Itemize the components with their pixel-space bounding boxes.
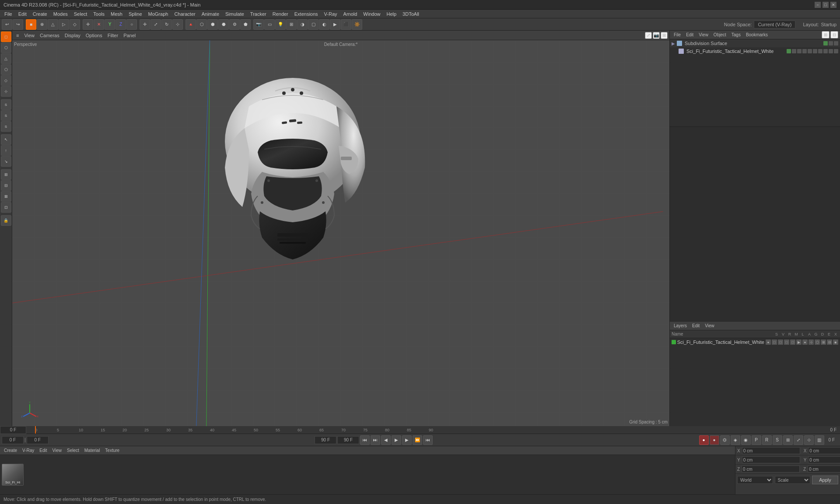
coord-y-pos-field[interactable] <box>742 456 800 463</box>
key-scl-button[interactable]: S <box>773 435 782 445</box>
layers-menu-edit[interactable]: Edit <box>690 323 702 329</box>
tool-settings[interactable]: ⚙ <box>229 19 240 30</box>
menu-character[interactable]: Character <box>172 10 198 18</box>
menu-modes[interactable]: Modes <box>51 10 70 18</box>
menu-help[interactable]: Help <box>384 10 399 18</box>
minimize-button[interactable]: − <box>815 2 821 8</box>
viewport-canvas[interactable]: Perspective Default Camera:* Grid Spacin… <box>12 40 669 426</box>
layer-item-helmet[interactable]: Sci_Fi_Futuristic_Tactical_Helmet_White … <box>670 338 840 346</box>
vp-menu-panel[interactable]: Panel <box>121 32 138 39</box>
layout-dropdown[interactable]: Startup <box>821 22 836 27</box>
menu-vray[interactable]: V-Ray <box>322 10 340 18</box>
key-rot-button[interactable]: R <box>762 435 772 445</box>
menu-file[interactable]: File <box>2 10 15 18</box>
tool-y[interactable]: Y <box>105 19 115 30</box>
mode-polys[interactable]: ◇ <box>70 19 80 30</box>
lt-point-mode[interactable]: △ <box>1 53 11 64</box>
tool-vray-extra[interactable]: ⬛ <box>341 19 351 30</box>
tool-floor[interactable]: ▭ <box>264 19 275 30</box>
tool-scale[interactable]: ⤢ <box>150 19 161 30</box>
tool-options[interactable]: 🔆 <box>352 19 362 30</box>
preview-button[interactable]: ▥ <box>815 435 824 445</box>
tool-move[interactable]: ✛ <box>140 19 150 30</box>
lt-uv-mode[interactable]: ⊹ <box>1 86 11 97</box>
menu-extensions[interactable]: Extensions <box>292 10 321 18</box>
obj-menu-view[interactable]: View <box>696 32 710 38</box>
mat-menu-vray[interactable]: V-Ray <box>20 448 36 453</box>
tool-grid[interactable]: ⊞ <box>286 19 297 30</box>
mat-menu-create[interactable]: Create <box>2 448 19 453</box>
tool-paint[interactable]: ⬣ <box>218 19 229 30</box>
prev-frame-button[interactable]: ◀ <box>381 435 391 445</box>
tool-snap[interactable]: 🔺 <box>186 19 196 30</box>
maximize-button[interactable]: □ <box>822 2 829 8</box>
tool-light[interactable]: 💡 <box>275 19 286 30</box>
menu-arnold[interactable]: Arnold <box>341 10 360 18</box>
lt-btn-11[interactable]: ↑ <box>1 145 11 156</box>
vp-menu-display[interactable]: Display <box>63 32 83 39</box>
obj-item-subdivision[interactable]: ▶ Subdivision Surface <box>670 39 840 47</box>
menu-spline[interactable]: Spline <box>126 10 145 18</box>
obj-menu-object[interactable]: Object <box>711 32 728 38</box>
coord-x-rot-field[interactable] <box>808 447 840 454</box>
key-extra-button[interactable]: ⊞ <box>783 435 793 445</box>
coord-world-dropdown[interactable]: World <box>737 476 773 484</box>
menu-tools[interactable]: Tools <box>91 10 107 18</box>
layers-menu-layers[interactable]: Layers <box>672 323 689 329</box>
mode-texture[interactable]: ⊕ <box>37 19 47 30</box>
go-end-button[interactable]: ⏮ <box>423 435 433 445</box>
tool-render-active[interactable]: ▶ <box>330 19 340 30</box>
lt-texture-mode[interactable]: ⬡ <box>1 42 11 53</box>
lt-btn-13[interactable]: ⊞ <box>1 169 11 180</box>
lt-poly-mode[interactable]: ◇ <box>1 75 11 86</box>
mat-menu-select[interactable]: Select <box>65 448 81 453</box>
menu-window[interactable]: Window <box>360 10 383 18</box>
obj-menu-edit[interactable]: Edit <box>684 32 696 38</box>
vp-icon-fullscreen[interactable]: ⊞ <box>661 32 668 39</box>
obj-menu-file[interactable]: File <box>672 32 683 38</box>
material-thumbnail[interactable]: Sci_Fi_Hi <box>2 464 24 486</box>
vp-menu-view[interactable]: View <box>22 32 37 39</box>
close-button[interactable]: ✕ <box>830 2 836 8</box>
mode-model[interactable]: ■ <box>26 19 36 30</box>
menu-select[interactable]: Select <box>71 10 90 18</box>
record-button[interactable]: ● <box>699 435 709 445</box>
lt-btn-14[interactable]: ⊟ <box>1 180 11 191</box>
tool-new[interactable]: ✛ <box>83 19 93 30</box>
menu-edit[interactable]: Edit <box>16 10 29 18</box>
menu-render[interactable]: Render <box>270 10 291 18</box>
key-all-button[interactable]: ◈ <box>731 435 740 445</box>
vp-menu-cameras[interactable]: Cameras <box>38 32 62 39</box>
auto-key-button[interactable]: ● <box>710 435 719 445</box>
tool-obj[interactable]: ○ <box>126 19 137 30</box>
vp-menu-filter[interactable]: Filter <box>105 32 120 39</box>
lt-btn-7[interactable]: S <box>1 99 11 110</box>
ruler-tick-area[interactable]: 0 5 10 15 20 25 30 35 40 45 50 55 60 65 … <box>26 426 827 434</box>
tool-sculpt[interactable]: ⬢ <box>207 19 218 30</box>
lt-model-mode[interactable]: ◻ <box>1 32 11 42</box>
mat-menu-material[interactable]: Material <box>82 448 102 453</box>
prev-key-button[interactable]: ⏭ <box>371 435 380 445</box>
menu-mograph[interactable]: MoGraph <box>146 10 171 18</box>
layers-menu-view[interactable]: View <box>703 323 717 329</box>
play-button[interactable]: ▶ <box>392 435 401 445</box>
key-sel-button[interactable]: ◉ <box>741 435 751 445</box>
apply-button[interactable]: Apply <box>812 476 838 484</box>
lt-edge-mode[interactable]: ⬠ <box>1 64 11 75</box>
vp-icon-camera[interactable]: 📷 <box>653 32 660 39</box>
coord-z-rot-field[interactable] <box>808 466 840 472</box>
vp-menu-options[interactable]: Options <box>84 32 105 39</box>
obj-menu-bookmarks[interactable]: Bookmarks <box>744 32 770 38</box>
start-frame-field[interactable] <box>2 436 24 444</box>
xpresso-button[interactable]: ⊹ <box>804 435 814 445</box>
mat-menu-texture[interactable]: Texture <box>103 448 122 453</box>
mode-edges[interactable]: ▷ <box>59 19 69 30</box>
vp-icon-expand[interactable]: ⤢ <box>645 32 652 39</box>
lt-btn-9[interactable]: S <box>1 121 11 132</box>
lt-btn-16[interactable]: ⊡ <box>1 202 11 213</box>
lt-btn-15[interactable]: ⊠ <box>1 191 11 202</box>
key-pos-button[interactable]: P <box>752 435 761 445</box>
obj-item-helmet[interactable]: Sci_Fi_Futuristic_Tactical_Helmet_White <box>670 47 840 55</box>
menu-create[interactable]: Create <box>30 10 50 18</box>
tool-render-preview[interactable]: ◑ <box>297 19 308 30</box>
